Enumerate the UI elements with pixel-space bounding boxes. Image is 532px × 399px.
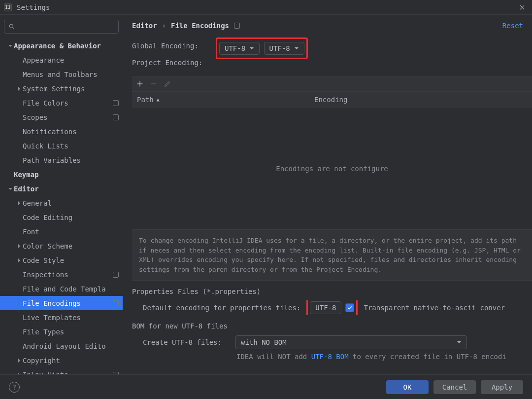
edit-button[interactable] (164, 80, 171, 88)
close-button[interactable] (516, 1, 528, 13)
sidebar-item-label: Font (23, 225, 123, 239)
sidebar-item[interactable]: System Settings (0, 81, 123, 96)
sidebar-item[interactable]: Android Layout Edito (0, 339, 123, 353)
sidebar-item[interactable]: Font (0, 224, 123, 239)
remove-button[interactable] (150, 80, 158, 88)
apply-button[interactable]: Apply (481, 380, 523, 394)
sidebar-item-label: Code Style (23, 254, 123, 267)
sidebar-item[interactable]: Inspections (0, 267, 123, 282)
sidebar-item[interactable]: Keymap (0, 167, 123, 181)
sidebar-item[interactable]: Color Scheme (0, 239, 123, 253)
chevron-icon[interactable] (7, 185, 14, 192)
project-badge-icon (234, 23, 240, 29)
sidebar-item[interactable]: Editor (0, 181, 123, 196)
settings-main: Editor › File Encodings Reset Global Enc… (123, 15, 532, 374)
chevron-icon[interactable] (7, 42, 14, 49)
sidebar-item-label: Appearance (23, 53, 123, 67)
sidebar-item[interactable]: Inlay Hints (0, 367, 123, 374)
sidebar-item[interactable]: Quick Lists (0, 139, 123, 153)
window-title: Settings (17, 3, 516, 11)
project-encoding-select[interactable]: UTF-8 (264, 42, 304, 55)
bom-info-link[interactable]: UTF-8 BOM (311, 353, 349, 361)
sidebar-item[interactable]: File and Code Templa (0, 282, 123, 296)
search-icon (8, 23, 15, 30)
sidebar-item-label: Appearance & Behavior (14, 39, 123, 53)
reset-link[interactable]: Reset (502, 22, 523, 30)
bom-section-title: BOM for new UTF-8 files (132, 322, 532, 330)
chevron-icon[interactable] (16, 357, 23, 364)
sidebar-item-label: File and Code Templa (23, 282, 123, 296)
sidebar-item-label: Scopes (23, 110, 113, 124)
column-path[interactable]: Path ▲ (137, 96, 314, 104)
highlight-encoding: UTF-8 UTF-8 (216, 37, 308, 59)
chevron-down-icon (294, 46, 299, 51)
settings-tree[interactable]: Appearance & BehaviorAppearanceMenus and… (0, 38, 123, 374)
chevron-icon[interactable] (16, 243, 23, 250)
add-button[interactable] (136, 80, 144, 88)
chevron-icon[interactable] (16, 200, 23, 207)
sidebar-item-label: Inspections (23, 268, 113, 282)
properties-encoding-select[interactable]: UTF-8 (310, 301, 341, 314)
project-badge-icon (113, 100, 119, 106)
sidebar-item[interactable]: Live Templates (0, 310, 123, 325)
encodings-table-toolbar (132, 76, 532, 92)
bom-info-line: IDEA will NOT add UTF-8 BOM to every cre… (132, 353, 532, 361)
sidebar-item[interactable]: File Encodings (0, 296, 123, 310)
breadcrumb-separator: › (162, 22, 166, 30)
sidebar-item[interactable]: Scopes (0, 110, 123, 124)
empty-table-text: Encodings are not configure (276, 165, 388, 173)
sidebar-item-label: Color Scheme (23, 239, 123, 253)
cancel-button[interactable]: Cancel (433, 380, 476, 394)
sidebar-item-label: Notifications (23, 125, 123, 139)
sidebar-item[interactable]: Copyright (0, 353, 123, 367)
bom-create-select[interactable]: with NO BOM (235, 335, 467, 349)
project-badge-icon (113, 300, 119, 306)
sidebar-item-label: Quick Lists (23, 139, 123, 153)
sidebar-item[interactable]: Appearance & Behavior (0, 38, 123, 53)
chevron-down-icon (457, 340, 462, 345)
settings-sidebar: Appearance & BehaviorAppearanceMenus and… (0, 15, 123, 374)
title-bar: IJ Settings (0, 0, 532, 15)
encodings-table-header: Path ▲ Encoding (132, 92, 532, 108)
dialog-footer: ? OK Cancel Apply (0, 374, 532, 399)
project-badge-icon (113, 372, 119, 375)
search-input[interactable] (4, 20, 119, 34)
breadcrumb-leaf: File Encodings (171, 22, 229, 30)
sidebar-item-label: File Types (23, 325, 123, 339)
encodings-table-body: Encodings are not configure (132, 108, 532, 230)
chevron-icon[interactable] (16, 371, 23, 375)
sidebar-item-label: Editor (14, 182, 123, 196)
sidebar-item-label: Path Variables (23, 153, 123, 167)
sidebar-item[interactable]: Menus and Toolbars (0, 67, 123, 81)
breadcrumb: Editor › File Encodings Reset (123, 15, 532, 35)
properties-default-label: Default encoding for properties files: (143, 304, 300, 312)
sidebar-item[interactable]: File Colors (0, 96, 123, 110)
sidebar-item[interactable]: Appearance (0, 53, 123, 67)
sidebar-item-label: Live Templates (23, 311, 123, 325)
sidebar-item-label: Android Layout Edito (23, 339, 123, 353)
help-button[interactable]: ? (9, 382, 20, 393)
sidebar-item-label: System Settings (23, 82, 123, 96)
sidebar-item[interactable]: File Types (0, 325, 123, 339)
ok-button[interactable]: OK (386, 380, 429, 394)
chevron-icon[interactable] (16, 257, 23, 264)
sidebar-item[interactable]: Code Editing (0, 210, 123, 224)
transparent-ascii-label: Transparent native-to-ascii conver (364, 304, 505, 312)
global-encoding-select[interactable]: UTF-8 (219, 42, 260, 55)
sidebar-item[interactable]: Code Style (0, 253, 123, 267)
sidebar-item-label: Menus and Toolbars (23, 68, 123, 81)
sidebar-item[interactable]: Notifications (0, 124, 123, 139)
sidebar-item[interactable]: General (0, 196, 123, 210)
breadcrumb-parent[interactable]: Editor (132, 22, 157, 30)
sidebar-item-label: File Colors (23, 96, 113, 110)
chevron-icon[interactable] (16, 85, 23, 92)
bom-create-value: with NO BOM (241, 338, 287, 346)
bom-create-label: Create UTF-8 files: (143, 338, 230, 346)
sidebar-item[interactable]: Path Variables (0, 153, 123, 167)
project-encoding-label: Project Encoding: (132, 59, 216, 67)
svg-point-0 (9, 24, 13, 28)
column-encoding[interactable]: Encoding (314, 96, 347, 104)
sidebar-item-label: Inlay Hints (23, 368, 113, 375)
transparent-ascii-checkbox[interactable] (345, 303, 354, 312)
app-icon: IJ (4, 3, 12, 11)
